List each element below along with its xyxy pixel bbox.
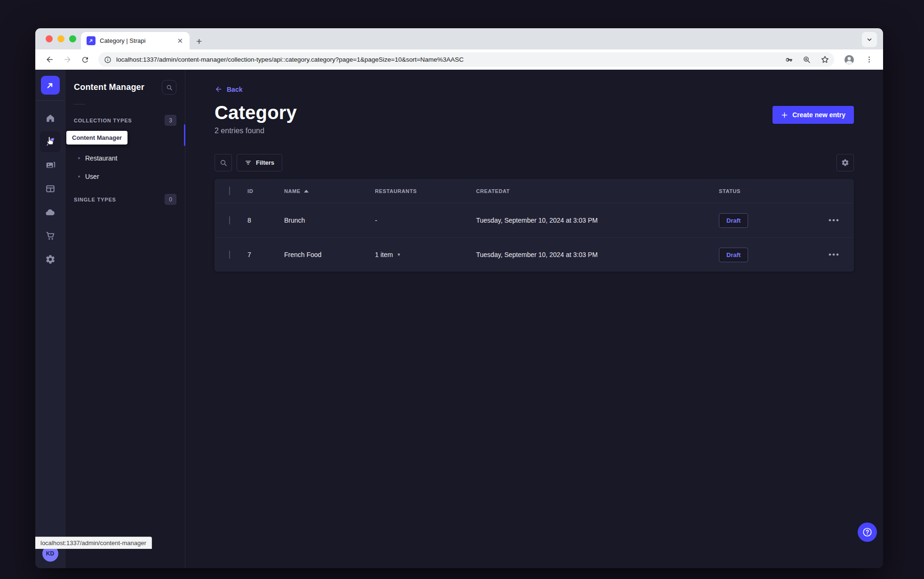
entries-table: ID NAME RESTAURANTS CREATEDAT STATUS 8 B… bbox=[215, 179, 854, 272]
back-navigation-icon[interactable] bbox=[42, 52, 57, 67]
traffic-lights bbox=[46, 28, 76, 49]
zoom-page-icon[interactable] bbox=[800, 53, 813, 66]
filters-button[interactable]: Filters bbox=[237, 154, 282, 171]
header-status: STATUS bbox=[719, 188, 814, 194]
site-info-icon[interactable] bbox=[104, 56, 112, 64]
close-window-button[interactable] bbox=[46, 35, 53, 42]
page-title: Category bbox=[215, 102, 297, 123]
cell-restaurants-dropdown[interactable]: 1 item ▼ bbox=[375, 251, 476, 258]
browser-menu-icon[interactable] bbox=[861, 52, 876, 67]
back-label: Back bbox=[227, 86, 242, 93]
link-status-bar: localhost:1337/admin/content-manager bbox=[35, 537, 152, 549]
bookmark-star-icon[interactable] bbox=[818, 53, 831, 66]
panel-search-button[interactable] bbox=[162, 80, 176, 95]
tab-search-chevron-icon[interactable] bbox=[862, 32, 877, 47]
search-icon bbox=[220, 159, 227, 167]
help-button[interactable] bbox=[858, 523, 877, 542]
reload-icon[interactable] bbox=[78, 52, 93, 67]
sidebar-item-label: Restaurant bbox=[85, 154, 117, 162]
row-checkbox[interactable] bbox=[229, 216, 230, 225]
cell-name: Brunch bbox=[284, 217, 375, 224]
plus-icon bbox=[781, 112, 788, 119]
content-manager-tooltip: Content Manager bbox=[66, 131, 127, 145]
sidebar-item-user[interactable]: User bbox=[74, 167, 176, 185]
filters-label: Filters bbox=[256, 159, 274, 166]
hand-cursor bbox=[45, 136, 56, 146]
row-checkbox[interactable] bbox=[229, 250, 230, 259]
create-new-entry-button[interactable]: Create new entry bbox=[773, 106, 854, 124]
gear-icon bbox=[841, 159, 849, 167]
url-bar[interactable]: localhost:1337/admin/content-manager/col… bbox=[98, 52, 834, 67]
content-type-builder-icon[interactable] bbox=[40, 178, 61, 199]
cell-createdat: Tuesday, September 10, 2024 at 3:03 PM bbox=[476, 217, 719, 224]
entries-count: 2 entries found bbox=[215, 127, 297, 135]
sidebar-item-restaurant[interactable]: Restaurant bbox=[74, 149, 176, 167]
url-text: localhost:1337/admin/content-manager/col… bbox=[116, 56, 778, 63]
collection-types-count-badge: 3 bbox=[165, 115, 176, 126]
strapi-logo-icon[interactable] bbox=[41, 76, 60, 95]
forward-navigation-icon[interactable] bbox=[60, 52, 75, 67]
divider bbox=[74, 104, 85, 105]
status-badge: Draft bbox=[719, 213, 748, 228]
question-mark-icon bbox=[862, 527, 873, 538]
panel-title: Content Manager bbox=[74, 82, 144, 92]
maximize-window-button[interactable] bbox=[69, 35, 76, 42]
browser-tab[interactable]: Category | Strapi ✕ bbox=[81, 32, 190, 49]
tab-title: Category | Strapi bbox=[100, 37, 172, 44]
collection-types-label: COLLECTION TYPES bbox=[74, 118, 132, 123]
sort-ascending-icon bbox=[304, 190, 309, 193]
table-row[interactable]: 8 Brunch - Tuesday, September 10, 2024 a… bbox=[215, 203, 854, 237]
back-link[interactable]: Back bbox=[215, 85, 242, 93]
cell-name: French Food bbox=[284, 251, 375, 258]
passwords-key-icon[interactable] bbox=[782, 53, 796, 66]
profile-avatar-icon[interactable] bbox=[842, 52, 857, 67]
home-icon[interactable] bbox=[40, 108, 61, 129]
tab-close-icon[interactable]: ✕ bbox=[176, 37, 184, 45]
single-types-label: SINGLE TYPES bbox=[74, 197, 116, 202]
media-library-icon[interactable] bbox=[40, 155, 61, 176]
header-name[interactable]: NAME bbox=[284, 188, 375, 194]
browser-window: Category | Strapi ✕ + localhost:1337/adm… bbox=[35, 28, 883, 568]
view-settings-button[interactable] bbox=[836, 154, 854, 171]
settings-gear-icon[interactable] bbox=[40, 249, 61, 270]
cloud-icon[interactable] bbox=[40, 202, 61, 223]
sidebar-item-label: User bbox=[85, 173, 99, 180]
row-actions-menu[interactable]: ••• bbox=[814, 216, 854, 225]
table-row[interactable]: 7 French Food 1 item ▼ Tuesday, Septembe… bbox=[215, 237, 854, 272]
strapi-favicon-icon bbox=[87, 36, 96, 45]
arrow-left-icon bbox=[215, 85, 223, 93]
table-header-row: ID NAME RESTAURANTS CREATEDAT STATUS bbox=[215, 179, 854, 203]
single-types-count-badge: 0 bbox=[165, 194, 176, 205]
new-tab-button[interactable]: + bbox=[196, 36, 202, 46]
select-all-checkbox[interactable] bbox=[229, 186, 230, 195]
status-badge: Draft bbox=[719, 248, 748, 262]
header-createdat[interactable]: CREATEDAT bbox=[476, 188, 719, 194]
create-button-label: Create new entry bbox=[792, 111, 845, 119]
cell-id: 7 bbox=[247, 251, 284, 258]
search-button[interactable] bbox=[215, 154, 232, 171]
tab-strip: Category | Strapi ✕ + bbox=[35, 28, 883, 49]
main-content: Back Category 2 entries found Create new… bbox=[185, 70, 883, 568]
bullet-icon bbox=[78, 176, 80, 177]
strapi-admin: KD Content Manager COLLECTION TYPES 3 Ca… bbox=[35, 70, 883, 568]
browser-toolbar: localhost:1337/admin/content-manager/col… bbox=[35, 49, 883, 70]
cell-createdat: Tuesday, September 10, 2024 at 3:03 PM bbox=[476, 251, 719, 258]
cell-id: 8 bbox=[247, 217, 284, 224]
minimize-window-button[interactable] bbox=[57, 35, 64, 42]
marketplace-cart-icon[interactable] bbox=[40, 225, 61, 246]
bullet-icon bbox=[78, 157, 80, 159]
row-actions-menu[interactable]: ••• bbox=[814, 250, 854, 259]
filter-icon bbox=[245, 159, 252, 166]
header-id[interactable]: ID bbox=[247, 188, 284, 194]
header-restaurants: RESTAURANTS bbox=[375, 188, 476, 194]
cell-restaurants: - bbox=[375, 217, 476, 224]
caret-down-icon: ▼ bbox=[397, 252, 401, 257]
